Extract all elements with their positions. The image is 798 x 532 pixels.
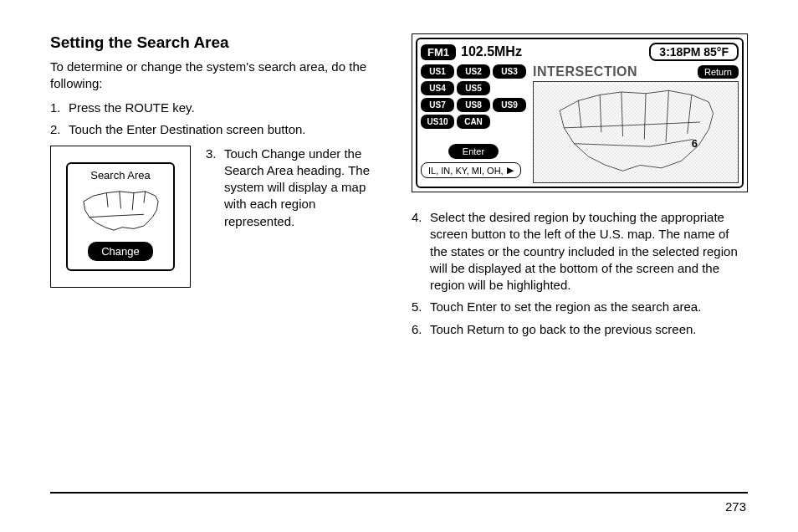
radio-band-badge: FM1 [421, 44, 456, 60]
step-1-text: Press the ROUTE key. [69, 100, 195, 115]
region-us8-button[interactable]: US8 [457, 98, 490, 112]
step-3: 3.Touch Change under the Search Area hea… [224, 146, 386, 230]
mini-usa-map [74, 185, 166, 237]
step-4: 4.Select the desired region by touching … [430, 209, 748, 294]
step-5-text: Touch Enter to set the region as the sea… [430, 299, 701, 314]
status-time-temp: 3:18PM 85°F [649, 43, 739, 61]
selected-states-list: IL, IN, KY, MI, OH, ▶ [421, 162, 521, 178]
region-us7-button[interactable]: US7 [421, 98, 454, 112]
region-empty-slot-2 [493, 115, 526, 129]
region-us5-button[interactable]: US5 [457, 81, 490, 95]
search-area-title: Search Area [90, 169, 151, 182]
intro-text: To determine or change the system's sear… [50, 59, 386, 91]
footer-rule [50, 492, 748, 494]
states-text: IL, IN, KY, MI, OH, [428, 166, 504, 176]
region-us2-button[interactable]: US2 [457, 64, 490, 79]
step-1: 1.Press the ROUTE key. [69, 100, 386, 116]
step-2: 2.Touch the Enter Destination screen but… [69, 121, 386, 138]
enter-button[interactable]: Enter [448, 144, 499, 159]
step-4-text: Select the desired region by touching th… [430, 210, 738, 292]
states-more-icon: ▶ [507, 165, 514, 176]
usa-region-map[interactable]: 6 [533, 81, 739, 183]
step-6: 6.Touch Return to go back to the previou… [430, 321, 748, 338]
region-can-button[interactable]: CAN [457, 115, 490, 129]
nav-screenshot-figure: FM1 102.5MHz 3:18PM 85°F US1 US2 US3 US4… [412, 33, 748, 192]
region-button-grid: US1 US2 US3 US4 US5 US7 US8 US9 US10 CAN [421, 64, 526, 129]
radio-frequency: 102.5MHz [461, 44, 522, 59]
region-us10-button[interactable]: US10 [421, 115, 454, 129]
region-us4-button[interactable]: US4 [421, 81, 454, 95]
step-2-text: Touch the Enter Destination screen butto… [69, 122, 306, 136]
return-button[interactable]: Return [698, 65, 739, 79]
region-us9-button[interactable]: US9 [493, 98, 526, 112]
screen-title-intersection: INTERSECTION [533, 64, 637, 79]
region-us1-button[interactable]: US1 [421, 64, 454, 79]
selected-region-marker: 6 [692, 137, 698, 150]
region-us3-button[interactable]: US3 [493, 64, 526, 79]
step-6-text: Touch Return to go back to the previous … [430, 322, 697, 336]
region-empty-slot [493, 81, 526, 95]
page-number: 273 [725, 499, 746, 514]
search-area-figure: Search Area Change [50, 146, 191, 288]
step-3-text: Touch Change under the Search Area headi… [224, 146, 370, 228]
change-button[interactable]: Change [88, 242, 153, 261]
section-heading: Setting the Search Area [50, 33, 386, 52]
step-5: 5.Touch Enter to set the region as the s… [430, 299, 748, 315]
